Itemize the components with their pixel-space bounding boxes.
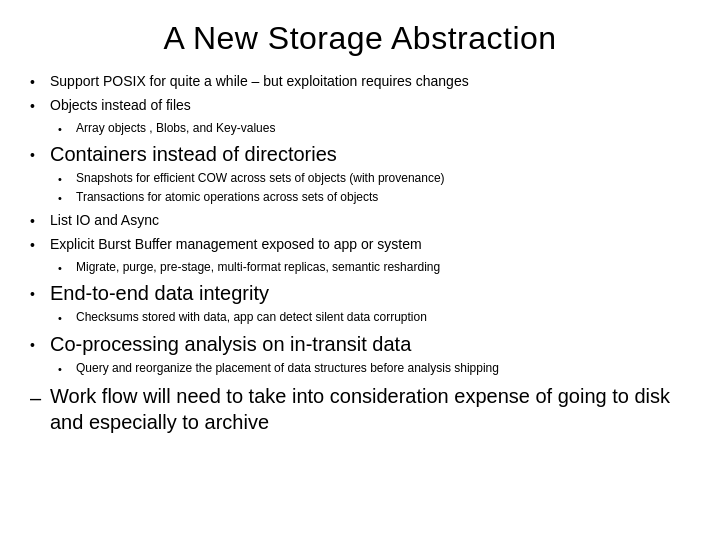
item-text: Transactions for atomic operations acros… [76, 188, 378, 206]
list-item: • Checksums stored with data, app can de… [30, 308, 690, 327]
list-item: • Explicit Burst Buffer management expos… [30, 234, 690, 256]
item-text: Co-processing analysis on in-transit dat… [50, 331, 411, 357]
bullet-dot: • [30, 210, 50, 232]
list-item: • Containers instead of directories [30, 141, 690, 167]
item-text: Work flow will need to take into conside… [50, 383, 690, 435]
list-item: • Array objects , Blobs, and Key-values [30, 119, 690, 138]
item-text: Explicit Burst Buffer management exposed… [50, 234, 422, 255]
item-text: Migrate, purge, pre-stage, multi-format … [76, 258, 440, 276]
bullet-dot: • [30, 331, 50, 356]
list-item: • List IO and Async [30, 210, 690, 232]
item-text: Checksums stored with data, app can dete… [76, 308, 427, 326]
bullet-dot: • [58, 169, 76, 188]
bullet-dot: • [30, 95, 50, 117]
item-text: Support POSIX for quite a while – but ex… [50, 71, 469, 92]
bullet-dot: • [58, 188, 76, 207]
bullet-dot: • [58, 119, 76, 138]
item-text: List IO and Async [50, 210, 159, 231]
bullet-dot: • [58, 308, 76, 327]
list-item: • Query and reorganize the placement of … [30, 359, 690, 378]
bullet-dot: • [30, 71, 50, 93]
bullet-dot: • [30, 141, 50, 166]
list-item: • End-to-end data integrity [30, 280, 690, 306]
list-item: • Support POSIX for quite a while – but … [30, 71, 690, 93]
item-text: Array objects , Blobs, and Key-values [76, 119, 275, 137]
item-text: End-to-end data integrity [50, 280, 269, 306]
list-item: • Migrate, purge, pre-stage, multi-forma… [30, 258, 690, 277]
slide: A New Storage Abstraction • Support POSI… [0, 0, 720, 540]
list-item: • Objects instead of files [30, 95, 690, 117]
dash-symbol: – [30, 383, 50, 413]
list-item: – Work flow will need to take into consi… [30, 383, 690, 435]
slide-title: A New Storage Abstraction [30, 20, 690, 57]
list-item: • Snapshots for efficient COW across set… [30, 169, 690, 188]
item-text: Query and reorganize the placement of da… [76, 359, 499, 377]
item-text: Containers instead of directories [50, 141, 337, 167]
slide-content: • Support POSIX for quite a while – but … [30, 71, 690, 520]
item-text: Snapshots for efficient COW across sets … [76, 169, 445, 187]
list-item: • Co-processing analysis on in-transit d… [30, 331, 690, 357]
bullet-dot: • [58, 258, 76, 277]
bullet-dot: • [30, 234, 50, 256]
list-item: • Transactions for atomic operations acr… [30, 188, 690, 207]
bullet-dot: • [58, 359, 76, 378]
item-text: Objects instead of files [50, 95, 191, 116]
bullet-dot: • [30, 280, 50, 305]
